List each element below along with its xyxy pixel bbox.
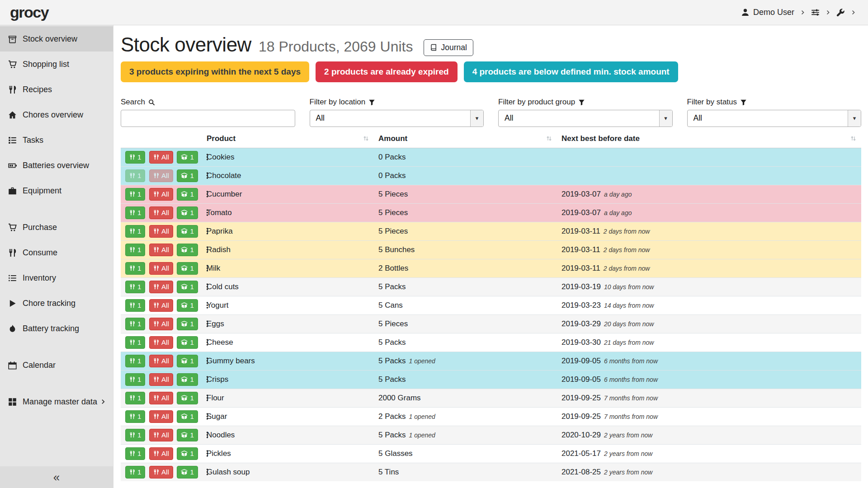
product-name[interactable]: Tomato <box>202 203 374 222</box>
open-one-button[interactable]: 1 <box>177 410 198 423</box>
open-one-button[interactable]: 1 <box>177 299 198 312</box>
location-filter-select[interactable]: All ▾ <box>310 110 484 127</box>
consume-all-button[interactable]: All <box>149 410 173 423</box>
product-name[interactable]: Milk <box>202 259 374 277</box>
consume-all-button[interactable]: All <box>149 299 173 312</box>
consume-one-button[interactable]: 1 <box>125 392 145 404</box>
product-name[interactable]: Noodles <box>202 426 374 444</box>
open-one-button[interactable]: 1 <box>177 244 198 256</box>
consume-one-button[interactable]: 1 <box>125 151 145 164</box>
consume-one-button[interactable]: 1 <box>125 410 145 423</box>
journal-button[interactable]: Journal <box>424 39 473 56</box>
sidebar-item-batteries-overview[interactable]: Batteries overview <box>0 153 113 178</box>
consume-all-button[interactable]: All <box>149 206 173 219</box>
sidebar-item-consume[interactable]: Consume <box>0 240 113 265</box>
consume-all-button[interactable]: All <box>149 169 173 182</box>
consume-one-button[interactable]: 1 <box>125 299 145 312</box>
consume-all-button[interactable]: All <box>149 373 173 386</box>
open-one-button[interactable]: 1 <box>177 225 198 238</box>
sidebar-collapse-button[interactable]: « <box>0 466 113 488</box>
sidebar-item-inventory[interactable]: Inventory <box>0 265 113 291</box>
open-one-button[interactable]: 1 <box>177 318 198 330</box>
settings-menu[interactable] <box>811 8 820 17</box>
consume-one-button[interactable]: 1 <box>125 429 145 441</box>
product-group-filter-select[interactable]: All ▾ <box>498 110 673 127</box>
badge-expired[interactable]: 2 products are already expired <box>316 61 458 82</box>
consume-all-button[interactable]: All <box>149 262 173 275</box>
product-name[interactable]: Pickles <box>202 444 374 463</box>
product-name[interactable]: Sugar <box>202 407 374 426</box>
consume-all-button[interactable]: All <box>149 466 173 479</box>
consume-one-button[interactable]: 1 <box>125 373 145 386</box>
product-name[interactable]: Chocolate <box>202 166 374 185</box>
consume-all-button[interactable]: All <box>149 392 173 404</box>
consume-all-button[interactable]: All <box>149 188 173 201</box>
consume-all-button[interactable]: All <box>149 355 173 367</box>
product-name[interactable]: Gulash soup <box>202 463 374 481</box>
consume-one-button[interactable]: 1 <box>125 336 145 349</box>
status-filter-select[interactable]: All ▾ <box>687 110 862 127</box>
consume-all-button[interactable]: All <box>149 281 173 293</box>
product-name[interactable]: Cheese <box>202 333 374 352</box>
badge-expiring[interactable]: 3 products expiring within the next 5 da… <box>121 61 309 82</box>
open-one-button[interactable]: 1 <box>177 151 198 164</box>
app-logo[interactable]: grocy <box>10 4 48 21</box>
open-one-button[interactable]: 1 <box>177 262 198 275</box>
badge-below-min-stock[interactable]: 4 products are below defined min. stock … <box>464 61 678 82</box>
open-one-button[interactable]: 1 <box>177 466 198 479</box>
sidebar-item-recipes[interactable]: Recipes <box>0 77 113 102</box>
product-name[interactable]: Cold cuts <box>202 277 374 296</box>
product-name[interactable]: Gummy bears <box>202 352 374 370</box>
consume-all-button[interactable]: All <box>149 318 173 330</box>
product-name[interactable]: Cucumber <box>202 185 374 203</box>
open-one-button[interactable]: 1 <box>177 355 198 367</box>
admin-menu[interactable] <box>836 8 845 17</box>
user-menu[interactable]: Demo User <box>741 8 794 17</box>
sidebar-item-chore-tracking[interactable]: Chore tracking <box>0 291 113 316</box>
product-name[interactable]: Yogurt <box>202 296 374 314</box>
consume-one-button[interactable]: 1 <box>125 206 145 219</box>
consume-all-button[interactable]: All <box>149 429 173 441</box>
consume-one-button[interactable]: 1 <box>125 466 145 479</box>
sidebar-item-manage-master-data[interactable]: Manage master data <box>0 389 113 414</box>
consume-one-button[interactable]: 1 <box>125 262 145 275</box>
open-one-button[interactable]: 1 <box>177 447 198 460</box>
open-one-button[interactable]: 1 <box>177 169 198 182</box>
sidebar-item-calendar[interactable]: Calendar <box>0 352 113 378</box>
sidebar-item-purchase[interactable]: Purchase <box>0 215 113 240</box>
consume-all-button[interactable]: All <box>149 151 173 164</box>
consume-one-button[interactable]: 1 <box>125 447 145 460</box>
open-one-button[interactable]: 1 <box>177 429 198 441</box>
consume-one-button[interactable]: 1 <box>125 244 145 256</box>
product-name[interactable]: Cookies <box>202 148 374 166</box>
consume-one-button[interactable]: 1 <box>125 188 145 201</box>
sidebar-item-battery-tracking[interactable]: Battery tracking <box>0 316 113 341</box>
product-name[interactable]: Flour <box>202 389 374 407</box>
consume-one-button[interactable]: 1 <box>125 318 145 330</box>
product-name[interactable]: Crisps <box>202 370 374 389</box>
column-header-amount[interactable]: Amount <box>374 131 557 148</box>
open-one-button[interactable]: 1 <box>177 281 198 293</box>
column-header-best-before[interactable]: Next best before date <box>557 131 861 148</box>
consume-all-button[interactable]: All <box>149 244 173 256</box>
product-name[interactable]: Paprika <box>202 222 374 240</box>
sidebar-item-equipment[interactable]: Equipment <box>0 178 113 203</box>
consume-one-button[interactable]: 1 <box>125 225 145 238</box>
consume-one-button[interactable]: 1 <box>125 169 145 182</box>
sidebar-item-tasks[interactable]: Tasks <box>0 127 113 153</box>
product-name[interactable]: Radish <box>202 240 374 259</box>
open-one-button[interactable]: 1 <box>177 336 198 349</box>
sidebar-item-chores-overview[interactable]: Chores overview <box>0 102 113 127</box>
consume-one-button[interactable]: 1 <box>125 355 145 367</box>
open-one-button[interactable]: 1 <box>177 392 198 404</box>
product-name[interactable]: Eggs <box>202 314 374 333</box>
consume-all-button[interactable]: All <box>149 225 173 238</box>
open-one-button[interactable]: 1 <box>177 373 198 386</box>
consume-one-button[interactable]: 1 <box>125 281 145 293</box>
column-header-product[interactable]: Product <box>202 131 374 148</box>
consume-all-button[interactable]: All <box>149 447 173 460</box>
open-one-button[interactable]: 1 <box>177 188 198 201</box>
open-one-button[interactable]: 1 <box>177 206 198 219</box>
sidebar-item-shopping-list[interactable]: Shopping list <box>0 52 113 77</box>
consume-all-button[interactable]: All <box>149 336 173 349</box>
